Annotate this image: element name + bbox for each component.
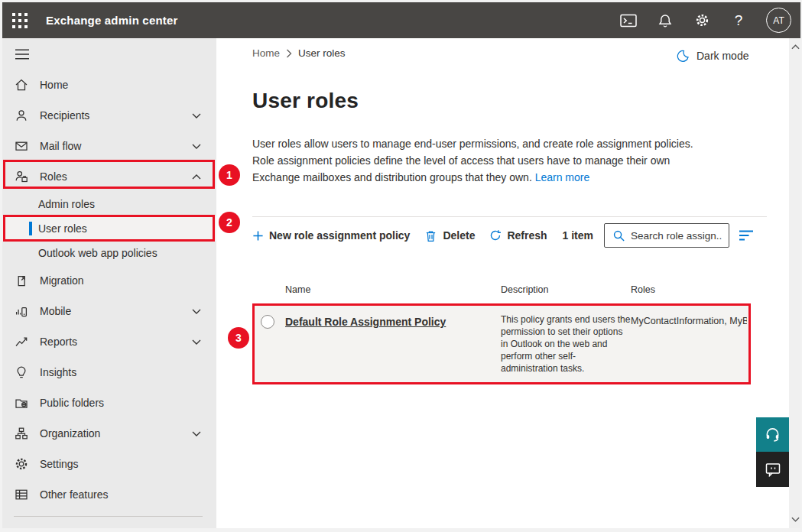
- search-box: [604, 223, 729, 248]
- selected-indicator: [29, 222, 32, 235]
- page-title: User roles: [252, 89, 359, 113]
- sidebar-item-mobile[interactable]: Mobile: [0, 296, 216, 326]
- window-frame-bottom: [0, 528, 802, 532]
- annotation-badge-1: 1: [219, 164, 240, 186]
- window-frame-left: [0, 0, 2, 532]
- trash-icon: [424, 229, 437, 242]
- main-content: Home User roles Dark mode User roles Use…: [216, 38, 789, 528]
- hamburger-menu-icon[interactable]: [0, 38, 216, 70]
- help-headset-button[interactable]: [756, 417, 789, 452]
- feedback-chat-button[interactable]: [756, 452, 789, 487]
- app-title: Exchange admin center: [46, 14, 178, 27]
- column-header-description[interactable]: Description: [501, 284, 549, 295]
- column-header-name[interactable]: Name: [285, 284, 310, 295]
- table-row[interactable]: Default Role Assignment Policy This poli…: [252, 303, 751, 384]
- sidebar-item-migration[interactable]: Migration: [0, 265, 216, 296]
- annotation-badge-2: 2: [219, 212, 240, 233]
- policy-description-cell: This policy grants end users the permiss…: [501, 313, 632, 375]
- org-chart-icon: [14, 426, 29, 441]
- terminal-icon[interactable]: [619, 11, 638, 30]
- sidebar: Home Recipients Mail flow Roles Admin ro…: [0, 38, 216, 528]
- learn-more-link[interactable]: Learn more: [535, 171, 590, 183]
- policy-roles-cell: MyContactInformation, MyBa: [631, 316, 747, 326]
- help-icon[interactable]: ?: [729, 11, 748, 30]
- chevron-down-icon: [192, 144, 201, 149]
- dark-mode-label: Dark mode: [696, 50, 748, 62]
- sidebar-item-recipients[interactable]: Recipients: [0, 100, 216, 131]
- toolbar: New role assignment policy Delete Refres…: [252, 222, 754, 248]
- avatar[interactable]: AT: [766, 8, 791, 33]
- document-arrow-icon: [14, 273, 29, 288]
- exchange-admin-window: Exchange admin center ? AT Home: [0, 0, 802, 532]
- sidebar-item-other-features[interactable]: Other features: [0, 479, 216, 510]
- sidebar-divider: [14, 516, 203, 517]
- person-badge-icon: [14, 169, 29, 184]
- sidebar-item-insights[interactable]: Insights: [0, 357, 216, 388]
- mail-icon: [14, 138, 29, 154]
- sidebar-nav: Home Recipients Mail flow Roles Admin ro…: [0, 70, 216, 510]
- sidebar-item-user-roles[interactable]: User roles: [0, 216, 216, 241]
- dark-mode-toggle[interactable]: Dark mode: [676, 49, 748, 63]
- row-radio-button[interactable]: [261, 315, 274, 329]
- chevron-down-icon: [192, 113, 201, 118]
- person-icon: [14, 108, 29, 123]
- plus-icon: [252, 230, 264, 242]
- topbar: Exchange admin center ? AT: [0, 0, 802, 38]
- sidebar-item-outlook-web-app-policies[interactable]: Outlook web app policies: [0, 241, 216, 265]
- gear-icon: [14, 456, 29, 472]
- home-icon: [14, 77, 29, 92]
- chevron-up-icon: [192, 174, 201, 180]
- folder-globe-icon: [14, 395, 29, 410]
- headset-icon: [764, 426, 781, 443]
- search-icon: [612, 229, 625, 242]
- sidebar-item-home[interactable]: Home: [0, 70, 216, 100]
- chevron-down-icon: [192, 339, 201, 345]
- item-count: 1 item: [563, 229, 593, 242]
- sidebar-item-mail-flow[interactable]: Mail flow: [0, 131, 216, 161]
- breadcrumb-current: User roles: [298, 47, 346, 59]
- content-divider: [252, 216, 767, 217]
- annotation-badge-3: 3: [228, 327, 249, 349]
- page-description: User roles allow users to manage end-use…: [252, 135, 711, 186]
- delete-button[interactable]: Delete: [424, 229, 475, 242]
- sidebar-item-settings[interactable]: Settings: [0, 449, 216, 479]
- refresh-button[interactable]: Refresh: [489, 229, 547, 242]
- column-header-roles[interactable]: Roles: [631, 284, 655, 295]
- search-input[interactable]: [631, 230, 722, 242]
- breadcrumb: Home User roles: [252, 47, 346, 59]
- chevron-down-icon: [192, 431, 201, 436]
- lightbulb-icon: [14, 365, 29, 380]
- sidebar-item-roles[interactable]: Roles: [0, 161, 216, 192]
- refresh-icon: [489, 229, 502, 242]
- policy-name-link[interactable]: Default Role Assignment Policy: [285, 316, 446, 328]
- topbar-actions: ? AT: [619, 8, 791, 33]
- sidebar-item-reports[interactable]: Reports: [0, 326, 216, 357]
- breadcrumb-home-link[interactable]: Home: [252, 47, 280, 59]
- sidebar-item-public-folders[interactable]: Public folders: [0, 388, 216, 418]
- mobile-chart-icon: [14, 303, 29, 319]
- filter-icon[interactable]: [739, 230, 754, 241]
- chevron-down-icon: [192, 309, 201, 314]
- trend-line-icon: [14, 334, 29, 349]
- table-grid-icon: [14, 487, 29, 502]
- table-header: Name Description Roles: [252, 280, 751, 300]
- moon-icon: [676, 49, 690, 63]
- sidebar-item-admin-roles[interactable]: Admin roles: [0, 192, 216, 216]
- settings-gear-icon[interactable]: [693, 11, 711, 30]
- window-frame-top: [0, 0, 802, 2]
- chat-bubble-icon: [765, 462, 781, 477]
- sidebar-item-organization[interactable]: Organization: [0, 418, 216, 449]
- breadcrumb-chevron-icon: [286, 49, 292, 58]
- new-role-assignment-policy-button[interactable]: New role assignment policy: [252, 229, 410, 242]
- notifications-bell-icon[interactable]: [656, 11, 674, 30]
- app-launcher-icon[interactable]: [11, 12, 28, 29]
